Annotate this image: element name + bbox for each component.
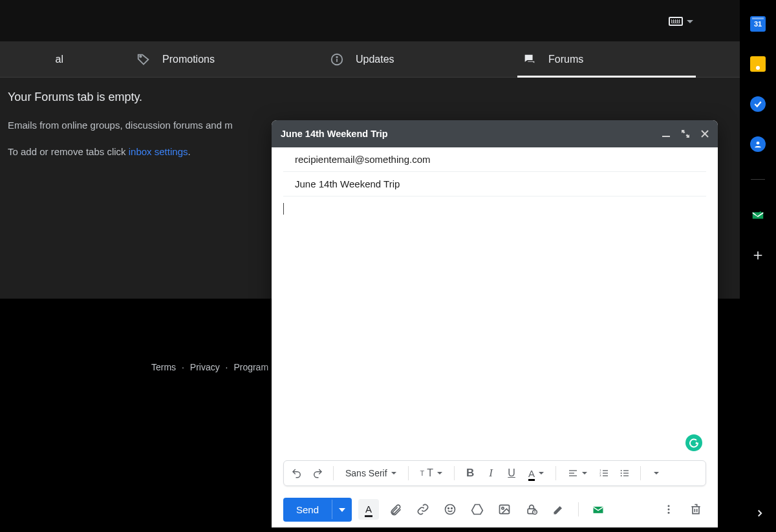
side-panel-divider [751,179,765,180]
insert-photo-button[interactable] [494,499,515,520]
grammarly-icon[interactable] [685,434,702,451]
confidential-mode-button[interactable] [521,499,542,520]
chevron-down-icon [539,472,544,474]
compose-header[interactable]: June 14th Weekend Trip [272,120,718,147]
compose-action-bar: Send A [272,491,718,527]
tab-label: Forums [548,54,583,65]
text-caret [283,203,284,215]
info-icon [330,52,344,67]
calendar-app-icon[interactable]: 31 [750,16,766,32]
close-icon[interactable] [701,130,709,138]
empty-heading: Your Forums tab is empty. [8,90,768,104]
formatting-options-button[interactable]: A [358,499,379,520]
svg-point-32 [668,505,670,507]
svg-point-34 [668,512,670,514]
addon-compose-button[interactable] [588,499,609,520]
undo-button[interactable] [288,464,306,482]
footer-program[interactable]: Program [233,362,268,372]
add-addon-button[interactable]: ＋ [750,247,766,262]
compose-window: June 14th Weekend Trip recipientemail@so… [272,120,718,527]
keyboard-icon [669,17,683,26]
footer-privacy[interactable]: Privacy [190,362,220,372]
formatting-toolbar: Sans Serif TT B I U A 123 [283,460,706,486]
svg-point-24 [446,505,455,515]
compose-title: June 14th Weekend Trip [281,129,388,139]
tab-promotions[interactable]: Promotions [136,41,215,78]
send-button[interactable]: Send [283,498,352,522]
category-tabs: al Promotions Updates Forums [0,41,776,78]
tab-label: al [56,54,63,65]
footer-links: Terms · Privacy · Program [151,362,268,372]
chevron-down-icon [391,472,396,474]
minimize-icon[interactable] [662,130,670,138]
text-color-button[interactable]: A [523,464,549,482]
insert-signature-button[interactable] [548,499,569,520]
attach-file-button[interactable] [385,499,406,520]
svg-point-0 [140,56,141,57]
tab-social[interactable]: al [0,41,71,78]
svg-rect-5 [662,136,670,137]
insert-emoji-button[interactable] [440,499,460,520]
to-field[interactable]: recipientemail@something.com [283,147,706,172]
redo-button[interactable] [308,464,327,482]
tab-label: Promotions [162,54,215,65]
tasks-app-icon[interactable] [750,96,766,112]
bulleted-list-button[interactable] [616,464,634,482]
side-panel: 31 ＋ [740,0,776,532]
tab-label: Updates [356,54,394,65]
discard-draft-button[interactable] [685,499,706,520]
svg-marker-27 [472,505,483,515]
font-family-select[interactable]: Sans Serif [340,464,402,482]
svg-text:3: 3 [599,474,601,477]
chevron-down-icon [582,472,587,474]
keep-app-icon[interactable] [750,56,766,72]
contacts-app-icon[interactable] [750,136,766,152]
more-options-button[interactable] [658,499,679,520]
svg-point-29 [502,507,504,509]
bold-button[interactable]: B [461,464,479,482]
input-tools-button[interactable] [669,17,693,26]
send-options-button[interactable] [332,500,352,519]
svg-point-3 [336,56,337,57]
more-formatting-button[interactable] [647,464,665,482]
insert-drive-button[interactable] [467,499,488,520]
addon-icon[interactable] [750,207,766,222]
svg-point-26 [451,508,453,509]
italic-button[interactable]: I [482,464,500,482]
svg-point-4 [757,142,760,145]
svg-point-25 [448,508,449,509]
font-size-select[interactable]: TT [415,464,448,482]
numbered-list-button[interactable]: 123 [595,464,613,482]
insert-link-button[interactable] [413,499,433,520]
subject-field[interactable]: June 14th Weekend Trip [283,172,706,197]
tab-forums[interactable]: Forums [523,41,583,78]
forums-icon [523,52,537,67]
chevron-down-icon [687,20,693,23]
tab-updates[interactable]: Updates [330,41,394,78]
svg-marker-23 [339,508,345,512]
align-button[interactable] [563,464,592,482]
fullscreen-icon[interactable] [682,130,689,138]
tag-icon [136,52,151,67]
svg-point-21 [621,473,622,474]
compose-body[interactable] [272,197,718,460]
footer-terms[interactable]: Terms [151,362,176,372]
svg-point-20 [621,470,622,471]
svg-point-33 [668,509,670,511]
svg-point-22 [621,475,622,476]
underline-button[interactable]: U [502,464,521,482]
hide-side-panel-button[interactable] [754,507,766,519]
inbox-settings-link[interactable]: inbox settings [129,146,188,157]
chevron-down-icon [437,472,442,474]
